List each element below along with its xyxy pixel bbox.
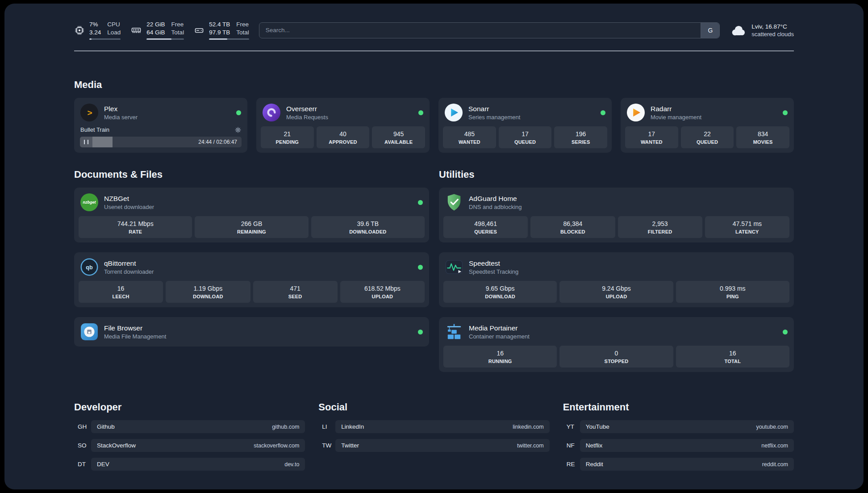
bookmark-pill: LinkedIn linkedin.com [335, 420, 549, 433]
disk-total-label: Total [236, 29, 249, 36]
service-card-media-portainer[interactable]: Media Portainer Container management 16 … [439, 317, 794, 372]
card-head: Speedtest Speedtest Tracking [443, 257, 789, 281]
top-bar: 7% CPU 3.24 Load 22 GiB [74, 17, 794, 50]
bookmark-domain: reddit.com [762, 461, 788, 468]
stat-wanted: 485 WANTED [443, 126, 496, 148]
disk-free-label: Free [236, 21, 249, 28]
service-title: qBittorrent [104, 259, 154, 267]
cpu-widget: 7% CPU 3.24 Load [74, 21, 121, 40]
player-settings-gear-icon[interactable] [235, 127, 241, 133]
status-dot [601, 110, 605, 115]
bookmark-group-developer: Developer GH Github github.com SO StackO… [74, 401, 305, 476]
plex-now-playing-widget: Bullet Train [79, 126, 243, 147]
weather-widget: Lviv, 16.87°C scattered clouds [730, 23, 794, 38]
stats-row: 17 WANTED 22 QUEUED 834 MOVIES [625, 126, 789, 148]
stat-available: 945 AVAILABLE [372, 126, 425, 148]
memory-free-label: Free [171, 21, 184, 28]
service-card-qbittorrent[interactable]: qb qBittorrent Torrent downloader [74, 252, 429, 307]
disk-usage-bar [209, 38, 249, 40]
stat-queries: 498,461 QUERIES [443, 216, 528, 238]
player-head: Bullet Train [80, 126, 241, 133]
service-subtitle: Media server [104, 114, 138, 121]
bookmark-name: Reddit [586, 461, 603, 468]
bookmark-name: Twitter [341, 442, 359, 449]
status-dot [418, 330, 423, 334]
svg-text:qb: qb [86, 264, 93, 271]
bookmark-abbr: YT [563, 423, 580, 430]
topbar-divider [74, 50, 794, 51]
service-meta: AdGuard Home DNS and adblocking [469, 194, 522, 211]
bookmark-name: LinkedIn [341, 423, 364, 430]
bookmark-pill: YouTube youtube.com [580, 420, 794, 433]
bookmark-pill: DEV dev.to [91, 458, 305, 471]
bookmark-github[interactable]: GH Github github.com [74, 420, 305, 433]
weather-condition: scattered clouds [751, 30, 794, 38]
status-dot [236, 110, 241, 115]
service-meta: NZBGet Usenet downloader [104, 194, 154, 211]
service-meta: Speedtest Speedtest Tracking [469, 259, 518, 276]
bookmark-stackoverflow[interactable]: SO StackOverflow stackoverflow.com [74, 439, 305, 452]
bookmark-domain: linkedin.com [513, 424, 543, 430]
pause-icon [84, 140, 88, 144]
bookmark-dev-to[interactable]: DT DEV dev.to [74, 458, 305, 471]
social-group-title: Social [318, 401, 549, 413]
stats-row: 16 RUNNING 0 STOPPED 16 TOTAL [443, 346, 789, 368]
bookmark-abbr: RE [563, 461, 580, 468]
card-head: File Browser Media File Management [79, 322, 425, 342]
qbittorrent-icon: qb [80, 258, 98, 276]
service-subtitle: Movie management [651, 114, 701, 121]
card-head: > Plex Media server [79, 102, 243, 126]
bookmark-youtube[interactable]: YT YouTube youtube.com [563, 420, 794, 433]
service-subtitle: Media File Management [104, 333, 166, 340]
pause-button[interactable] [80, 137, 92, 147]
stat-movies: 834 MOVIES [736, 126, 789, 148]
cpu-load-label: Load [107, 29, 121, 36]
bookmark-name: YouTube [586, 423, 609, 430]
service-meta: Sonarr Series management [468, 104, 520, 121]
bookmark-name: DEV [97, 461, 109, 468]
service-subtitle: Media Requests [286, 114, 328, 121]
service-card-overseerr[interactable]: Overseerr Media Requests 21 PENDING 40 A… [256, 98, 430, 153]
memory-widget: 22 GiB Free 64 GiB Total [130, 21, 184, 40]
memory-icon [130, 25, 142, 36]
stat-wanted: 17 WANTED [625, 126, 678, 148]
memory-free-value: 22 GiB [146, 21, 165, 28]
adguard-icon [445, 193, 463, 211]
service-card-file-browser[interactable]: File Browser Media File Management [74, 317, 429, 347]
bookmark-linkedin[interactable]: LI LinkedIn linkedin.com [318, 420, 549, 433]
bookmark-abbr: GH [74, 423, 91, 430]
stats-row: 744.21 Mbps RATE 266 GB REMAINING 39.6 T… [79, 216, 425, 238]
search-provider-button[interactable]: G [701, 23, 719, 38]
bookmark-group-entertainment: Entertainment YT YouTube youtube.com NF … [563, 401, 794, 476]
service-meta: Overseerr Media Requests [286, 104, 328, 121]
service-meta: qBittorrent Torrent downloader [104, 259, 154, 276]
search-bar: G [259, 22, 720, 38]
service-meta: Media Portainer Container management [469, 324, 530, 340]
stat-total: 16 TOTAL [676, 346, 789, 368]
bookmark-pill: Github github.com [91, 420, 305, 433]
section-utilities: Utilities [439, 169, 794, 372]
service-meta: File Browser Media File Management [104, 324, 166, 340]
service-meta: Radarr Movie management [651, 104, 701, 121]
bookmark-domain: stackoverflow.com [254, 443, 299, 449]
bookmark-domain: twitter.com [517, 443, 544, 449]
service-card-adguard-home[interactable]: AdGuard Home DNS and adblocking 498,461 … [439, 188, 794, 242]
cpu-usage-bar [89, 38, 121, 40]
service-card-plex[interactable]: > Plex Media server Bullet Train [74, 98, 247, 153]
bookmark-netflix[interactable]: NF Netflix netflix.com [563, 439, 794, 452]
bookmark-domain: youtube.com [756, 424, 788, 430]
stats-row: 485 WANTED 17 QUEUED 196 SERIES [443, 126, 607, 148]
service-card-sonarr[interactable]: Sonarr Series management 485 WANTED 17 Q… [438, 98, 612, 153]
bookmark-reddit[interactable]: RE Reddit reddit.com [563, 458, 794, 471]
search-input[interactable] [259, 23, 701, 38]
service-subtitle: DNS and adblocking [469, 204, 522, 211]
service-title: NZBGet [104, 194, 154, 203]
disk-usage-bar-fill [209, 38, 227, 40]
service-card-speedtest[interactable]: Speedtest Speedtest Tracking 9.65 Gbps D… [439, 252, 794, 307]
cpu-icon [74, 25, 85, 36]
service-card-nzbget[interactable]: nzbget NZBGet Usenet downloader 74 [74, 188, 429, 242]
service-title: AdGuard Home [469, 194, 522, 203]
sonarr-icon [445, 104, 463, 121]
bookmark-twitter[interactable]: TW Twitter twitter.com [318, 439, 549, 452]
service-card-radarr[interactable]: Radarr Movie management 17 WANTED 22 QUE… [621, 98, 794, 153]
